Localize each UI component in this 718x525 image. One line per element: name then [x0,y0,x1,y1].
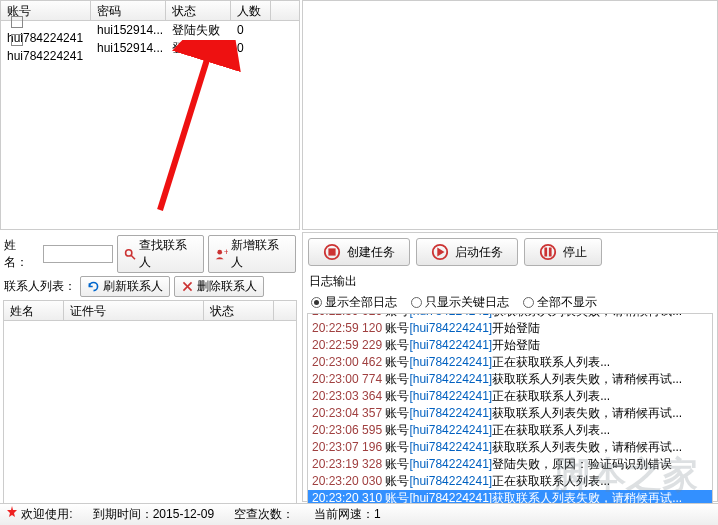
time-label: 到期时间： [93,507,153,521]
status-bar: 欢迎使用: 到期时间：2015-12-09 空查次数： 当前网速：1 [0,503,718,525]
col-status2[interactable]: 状态 [204,301,274,320]
radio-icon [311,297,322,308]
name-input[interactable] [43,245,113,263]
svg-text:+: + [224,248,228,257]
name-label: 姓名： [4,237,39,271]
star-icon [6,506,18,518]
checkbox[interactable] [11,16,23,28]
add-user-icon: + [215,248,228,261]
watermark: 脚本之家 [554,451,698,500]
col-password[interactable]: 密码 [91,1,166,20]
col-name[interactable]: 姓名 [4,301,64,320]
svg-point-3 [218,249,223,254]
delete-contact-button[interactable]: 删除联系人 [174,276,264,297]
refresh-contact-button[interactable]: 刷新联系人 [80,276,170,297]
stop-task-button[interactable]: 停止 [524,238,602,266]
svg-point-1 [125,249,131,255]
col-id[interactable]: 证件号 [64,301,204,320]
table-row[interactable]: hui784224241hui152914...登陆失败0 [1,39,299,57]
log-line[interactable]: 20:22:59 229 账号[hui784224241]开始登陆 [308,337,712,354]
contacts-table: 姓名 证件号 状态 [3,300,297,512]
create-task-button[interactable]: 创建任务 [308,238,410,266]
log-title: 日志输出 [303,271,717,292]
log-line[interactable]: 20:22:59 120 账号[hui784224241]开始登陆 [308,320,712,337]
search-icon [124,248,137,261]
svg-line-2 [131,255,135,259]
radio-icon [411,297,422,308]
log-line[interactable]: 20:23:00 462 账号[hui784224241]正在获取联系人列表..… [308,354,712,371]
start-task-button[interactable]: 启动任务 [416,238,518,266]
svg-rect-8 [328,248,335,255]
net-value: 1 [374,507,381,521]
refresh-icon [87,280,100,293]
pause-icon [539,243,557,261]
log-line[interactable]: 20:22:59 026 账号[hui784224241]获取联系人列表失败，请… [308,313,712,320]
welcome-text: 欢迎使用: [21,507,72,521]
radio-show-none[interactable]: 全部不显示 [523,294,597,311]
svg-rect-12 [549,248,552,257]
log-line[interactable]: 20:23:04 357 账号[hui784224241]获取联系人列表失败，请… [308,405,712,422]
right-panel [302,0,718,230]
svg-point-10 [541,245,555,259]
log-line[interactable]: 20:23:00 774 账号[hui784224241]获取联系人列表失败，请… [308,371,712,388]
accounts-table: 账号 密码 状态 人数 hui784224241hui152914...登陆失败… [0,0,300,230]
play-icon [431,243,449,261]
find-contact-button[interactable]: 查找联系人 [117,235,205,273]
checkbox[interactable] [11,34,23,46]
svg-rect-11 [544,248,547,257]
add-contact-button[interactable]: +新增联系人 [208,235,296,273]
col-count[interactable]: 人数 [231,1,271,20]
empty-label: 空查次数： [234,506,294,523]
left-controls: 姓名： 查找联系人 +新增联系人 联系人列表： 刷新联系人 删除联系人 姓名 证… [0,232,300,502]
log-line[interactable]: 20:23:06 595 账号[hui784224241]正在获取联系人列表..… [308,422,712,439]
col-status[interactable]: 状态 [166,1,231,20]
delete-icon [181,280,194,293]
time-value: 2015-12-09 [153,507,214,521]
net-label: 当前网速： [314,507,374,521]
log-line[interactable]: 20:23:03 364 账号[hui784224241]正在获取联系人列表..… [308,388,712,405]
create-icon [323,243,341,261]
contacts-label: 联系人列表： [4,278,76,295]
radio-show-key[interactable]: 只显示关键日志 [411,294,509,311]
radio-icon [523,297,534,308]
radio-show-all[interactable]: 显示全部日志 [311,294,397,311]
